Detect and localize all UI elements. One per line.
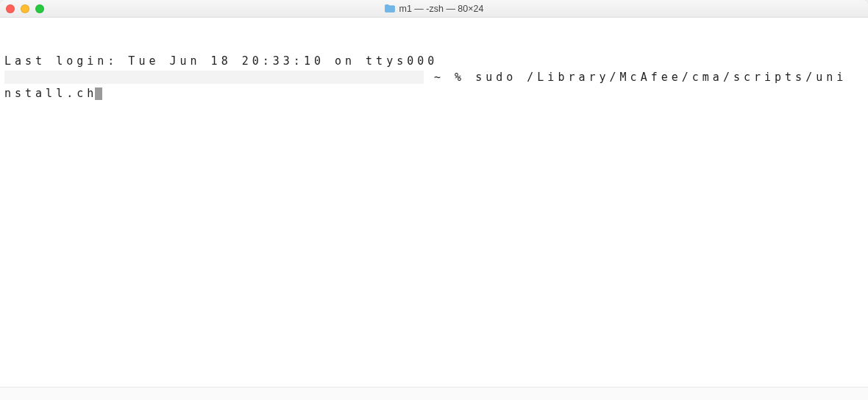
window-title-wrap: m1 — -zsh — 80×24 bbox=[0, 4, 868, 14]
last-login-line: Last login: Tue Jun 18 20:33:10 on ttys0… bbox=[4, 53, 864, 69]
command-text-part2: nstall.ch bbox=[4, 87, 97, 100]
maximize-button[interactable] bbox=[35, 4, 44, 13]
traffic-lights bbox=[6, 4, 44, 13]
terminal-content[interactable]: Last login: Tue Jun 18 20:33:10 on ttys0… bbox=[0, 18, 868, 387]
window-title: m1 — -zsh — 80×24 bbox=[399, 4, 484, 14]
command-text-part1: sudo /Library/McAfee/cma/scripts/uni bbox=[475, 71, 847, 84]
minimize-button[interactable] bbox=[21, 4, 29, 13]
prompt-line: ~ % sudo /Library/McAfee/cma/scripts/uni bbox=[4, 69, 864, 85]
terminal-window: m1 — -zsh — 80×24 Last login: Tue Jun 18… bbox=[0, 0, 868, 400]
redacted-hostname bbox=[4, 71, 424, 84]
bottom-bar bbox=[0, 387, 868, 400]
folder-icon bbox=[385, 4, 395, 12]
close-button[interactable] bbox=[6, 4, 15, 13]
command-wrap-line: nstall.ch bbox=[4, 85, 864, 101]
cursor bbox=[95, 88, 102, 100]
prompt-suffix: ~ % bbox=[424, 71, 475, 84]
titlebar[interactable]: m1 — -zsh — 80×24 bbox=[0, 0, 868, 18]
